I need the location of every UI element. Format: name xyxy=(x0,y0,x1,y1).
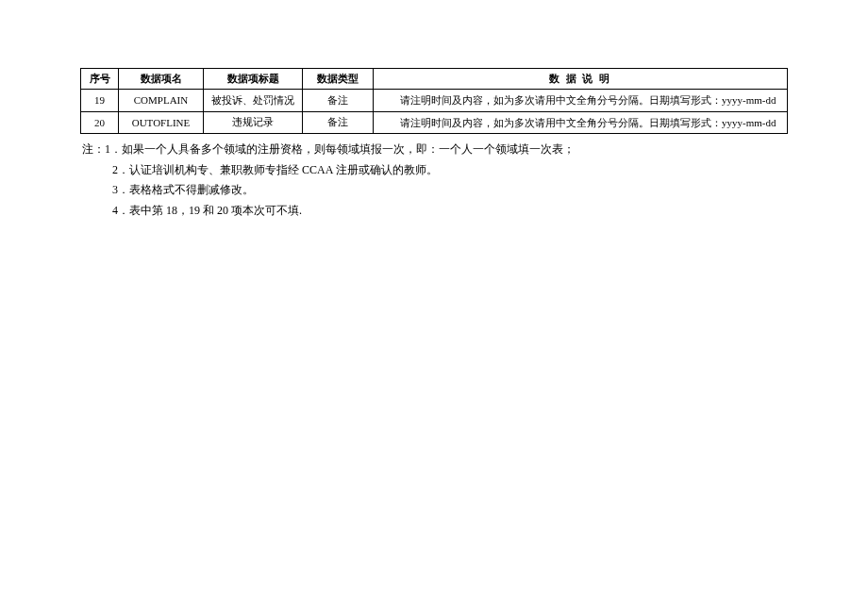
header-item-name: 数据项名 xyxy=(119,69,204,90)
cell-item-title: 违规记录 xyxy=(204,111,303,134)
cell-item-title: 被投诉、处罚情况 xyxy=(204,90,303,112)
cell-seq: 20 xyxy=(81,111,119,134)
notes-section: 注：1．如果一个人具备多个领域的注册资格，则每领域填报一次，即：一个人一个领域填… xyxy=(80,140,788,221)
cell-item-name: COMPLAIN xyxy=(119,90,204,112)
cell-description: 请注明时间及内容，如为多次请用中文全角分号分隔。日期填写形式：yyyy-mm-d… xyxy=(374,111,788,134)
note-4: 4．表中第 18，19 和 20 项本次可不填. xyxy=(82,201,788,222)
note-1: 注：1．如果一个人具备多个领域的注册资格，则每领域填报一次，即：一个人一个领域填… xyxy=(82,140,788,160)
header-data-type: 数据类型 xyxy=(303,69,374,90)
cell-data-type: 备注 xyxy=(303,111,374,134)
header-item-title: 数据项标题 xyxy=(204,69,303,90)
table-row: 20 OUTOFLINE 违规记录 备注 请注明时间及内容，如为多次请用中文全角… xyxy=(81,111,788,134)
header-description: 数 据 说 明 xyxy=(374,69,788,90)
note-2: 2．认证培训机构专、兼职教师专指经 CCAA 注册或确认的教师。 xyxy=(82,160,788,181)
cell-description: 请注明时间及内容，如为多次请用中文全角分号分隔。日期填写形式：yyyy-mm-d… xyxy=(374,90,788,112)
cell-seq: 19 xyxy=(81,90,119,112)
data-dictionary-table: 序号 数据项名 数据项标题 数据类型 数 据 说 明 19 COMPLAIN 被… xyxy=(80,68,788,134)
cell-item-name: OUTOFLINE xyxy=(119,111,204,134)
note-3: 3．表格格式不得删减修改。 xyxy=(82,180,788,201)
cell-data-type: 备注 xyxy=(303,90,374,112)
table-row: 19 COMPLAIN 被投诉、处罚情况 备注 请注明时间及内容，如为多次请用中… xyxy=(81,90,788,112)
table-header-row: 序号 数据项名 数据项标题 数据类型 数 据 说 明 xyxy=(81,69,788,90)
header-seq: 序号 xyxy=(81,69,119,90)
